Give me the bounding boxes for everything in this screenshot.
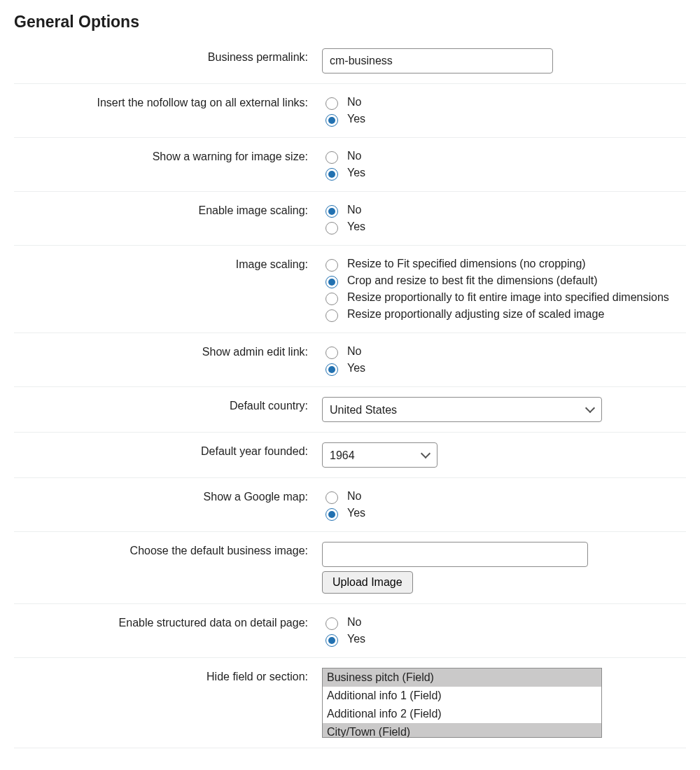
admin-edit-yes-label: Yes xyxy=(347,360,365,377)
row-enable-scaling: Enable image scaling: No Yes xyxy=(14,192,686,246)
enable-scaling-no-radio[interactable] xyxy=(326,205,338,218)
label-default-image: Choose the default business image: xyxy=(14,542,322,557)
row-default-image: Choose the default business image: Uploa… xyxy=(14,532,686,604)
nofollow-no-radio[interactable] xyxy=(326,97,338,110)
default-image-input[interactable] xyxy=(322,542,588,567)
row-structured-data: Enable structured data on detail page: N… xyxy=(14,604,686,658)
label-enable-scaling: Enable image scaling: xyxy=(14,202,322,217)
scaling-prop-adj-label: Resize proportionally adjusting size of … xyxy=(347,306,604,323)
nofollow-no-label: No xyxy=(347,94,361,111)
row-business-permalink: Business permalink: xyxy=(14,38,686,84)
enable-scaling-yes-radio[interactable] xyxy=(326,222,338,234)
structured-data-no-label: No xyxy=(347,614,361,631)
structured-data-yes-radio[interactable] xyxy=(326,634,338,647)
row-default-year: Default year founded: 1964 xyxy=(14,433,686,478)
scaling-prop-fit-label: Resize proportionally to fit entire imag… xyxy=(347,289,669,306)
enable-scaling-yes-label: Yes xyxy=(347,218,365,235)
business-permalink-input[interactable] xyxy=(322,48,553,74)
scaling-prop-fit-radio[interactable] xyxy=(326,293,338,305)
google-map-no-label: No xyxy=(347,488,361,505)
label-admin-edit: Show admin edit link: xyxy=(14,343,322,358)
row-nofollow: Insert the nofollow tag on all external … xyxy=(14,84,686,138)
label-structured-data: Enable structured data on detail page: xyxy=(14,614,322,629)
upload-image-button[interactable]: Upload Image xyxy=(322,571,413,594)
scaling-crop-radio[interactable] xyxy=(326,276,338,288)
row-default-country: Default country: United States xyxy=(14,387,686,433)
enable-scaling-no-label: No xyxy=(347,202,361,218)
label-image-scaling: Image scaling: xyxy=(14,255,322,271)
image-size-warning-no-label: No xyxy=(347,148,361,164)
google-map-yes-label: Yes xyxy=(347,505,365,522)
label-nofollow: Insert the nofollow tag on all external … xyxy=(14,94,322,109)
scaling-crop-label: Crop and resize to best fit the dimensio… xyxy=(347,272,598,289)
google-map-no-radio[interactable] xyxy=(326,491,338,504)
image-size-warning-yes-radio[interactable] xyxy=(326,168,338,181)
row-google-map: Show a Google map: No Yes xyxy=(14,478,686,532)
label-hide-field: Hide field or section: xyxy=(14,668,322,683)
structured-data-no-radio[interactable] xyxy=(326,617,338,630)
structured-data-yes-label: Yes xyxy=(347,631,365,648)
hide-option-additional-info-1[interactable]: Additional info 1 (Field) xyxy=(323,687,601,705)
row-hide-field: Hide field or section: Business pitch (F… xyxy=(14,658,686,748)
label-google-map: Show a Google map: xyxy=(14,488,322,503)
image-size-warning-yes-label: Yes xyxy=(347,164,365,181)
admin-edit-no-radio[interactable] xyxy=(326,346,338,359)
row-image-size-warning: Show a warning for image size: No Yes xyxy=(14,138,686,192)
hide-option-city-town[interactable]: City/Town (Field) xyxy=(323,723,601,738)
label-image-size-warning: Show a warning for image size: xyxy=(14,148,322,163)
hide-option-business-pitch[interactable]: Business pitch (Field) xyxy=(323,668,601,687)
admin-edit-no-label: No xyxy=(347,343,361,360)
scaling-fit-label: Resize to Fit specified dimensions (no c… xyxy=(347,255,586,272)
default-country-select[interactable]: United States xyxy=(322,397,602,422)
row-image-scaling: Image scaling: Resize to Fit specified d… xyxy=(14,246,686,333)
admin-edit-yes-radio[interactable] xyxy=(326,363,338,376)
label-business-permalink: Business permalink: xyxy=(14,48,322,64)
scaling-prop-adj-radio[interactable] xyxy=(326,309,338,322)
hide-option-additional-info-2[interactable]: Additional info 2 (Field) xyxy=(323,705,601,723)
google-map-yes-radio[interactable] xyxy=(326,508,338,521)
default-year-select[interactable]: 1964 xyxy=(322,442,438,468)
label-default-year: Default year founded: xyxy=(14,442,322,458)
image-size-warning-no-radio[interactable] xyxy=(326,151,338,164)
section-title: General Options xyxy=(14,13,686,31)
scaling-fit-radio[interactable] xyxy=(326,259,338,272)
nofollow-yes-radio[interactable] xyxy=(326,114,338,127)
row-admin-edit: Show admin edit link: No Yes xyxy=(14,333,686,387)
hide-field-multiselect[interactable]: Business pitch (Field) Additional info 1… xyxy=(322,668,602,738)
nofollow-yes-label: Yes xyxy=(347,111,365,127)
label-default-country: Default country: xyxy=(14,397,322,412)
